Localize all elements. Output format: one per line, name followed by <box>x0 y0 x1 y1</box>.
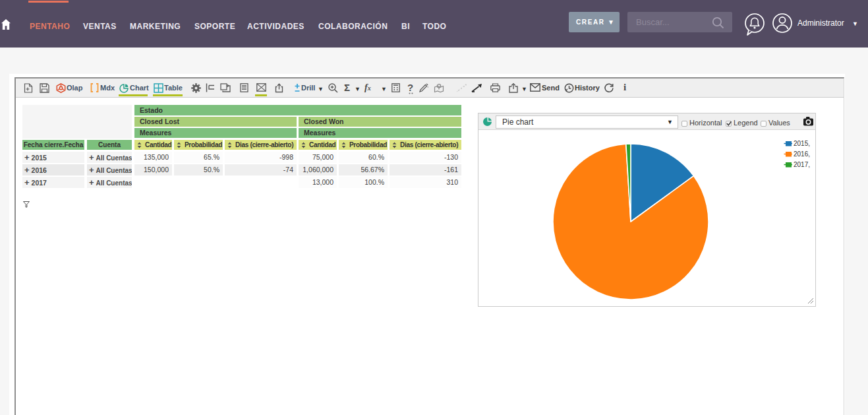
svg-text:2015,: 2015, <box>794 140 810 147</box>
svg-text:2017,: 2017, <box>794 161 810 168</box>
svg-text:2016,: 2016, <box>794 150 810 158</box>
